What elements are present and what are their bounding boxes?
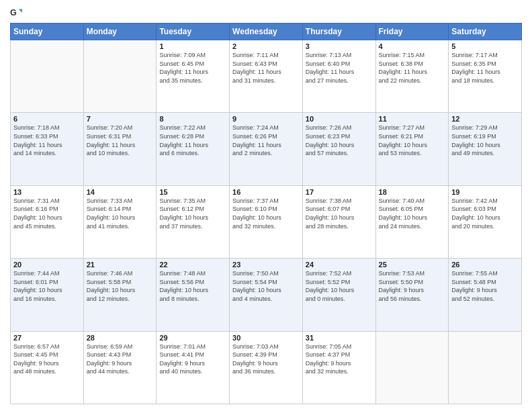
day-number: 5 [451, 42, 519, 50]
calendar-cell: 2Sunrise: 7:11 AM Sunset: 6:43 PM Daylig… [230, 40, 303, 113]
day-number: 24 [306, 261, 373, 269]
weekday-header-wednesday: Wednesday [230, 24, 303, 40]
calendar-cell [449, 331, 522, 404]
calendar-cell: 21Sunrise: 7:46 AM Sunset: 5:58 PM Dayli… [83, 259, 157, 331]
day-number: 30 [232, 334, 300, 342]
calendar-cell: 31Sunrise: 7:05 AM Sunset: 4:37 PM Dayli… [302, 331, 375, 404]
calendar-cell: 16Sunrise: 7:37 AM Sunset: 6:10 PM Dayli… [230, 185, 303, 258]
calendar-cell: 3Sunrise: 7:13 AM Sunset: 6:40 PM Daylig… [302, 40, 375, 113]
day-info: Sunrise: 7:31 AM Sunset: 6:16 PM Dayligh… [13, 197, 81, 230]
day-info: Sunrise: 7:22 AM Sunset: 6:28 PM Dayligh… [159, 124, 226, 157]
day-info: Sunrise: 6:57 AM Sunset: 4:45 PM Dayligh… [13, 342, 81, 376]
calendar-cell: 23Sunrise: 7:50 AM Sunset: 5:54 PM Dayli… [230, 259, 303, 331]
day-number: 3 [306, 42, 373, 50]
calendar-cell: 24Sunrise: 7:52 AM Sunset: 5:52 PM Dayli… [302, 259, 375, 331]
day-info: Sunrise: 7:35 AM Sunset: 6:12 PM Dayligh… [159, 197, 226, 230]
day-info: Sunrise: 7:29 AM Sunset: 6:19 PM Dayligh… [451, 124, 519, 157]
calendar-cell [375, 331, 449, 404]
day-info: Sunrise: 7:44 AM Sunset: 6:01 PM Dayligh… [13, 269, 81, 303]
logo-icon: G [10, 7, 22, 19]
calendar-cell: 27Sunrise: 6:57 AM Sunset: 4:45 PM Dayli… [11, 331, 84, 404]
day-info: Sunrise: 7:20 AM Sunset: 6:31 PM Dayligh… [87, 124, 154, 157]
day-info: Sunrise: 7:13 AM Sunset: 6:40 PM Dayligh… [306, 51, 373, 85]
day-info: Sunrise: 7:11 AM Sunset: 6:43 PM Dayligh… [232, 51, 300, 85]
calendar-table: SundayMondayTuesdayWednesdayThursdayFrid… [10, 23, 522, 404]
day-number: 31 [306, 334, 373, 342]
calendar-cell: 6Sunrise: 7:18 AM Sunset: 6:33 PM Daylig… [11, 113, 84, 185]
calendar-cell: 30Sunrise: 7:03 AM Sunset: 4:39 PM Dayli… [230, 331, 303, 404]
day-number: 13 [13, 188, 81, 196]
calendar-cell: 22Sunrise: 7:48 AM Sunset: 5:56 PM Dayli… [157, 259, 230, 331]
calendar-cell: 20Sunrise: 7:44 AM Sunset: 6:01 PM Dayli… [11, 259, 84, 331]
weekday-header-thursday: Thursday [302, 24, 375, 40]
day-info: Sunrise: 7:52 AM Sunset: 5:52 PM Dayligh… [306, 269, 373, 303]
day-info: Sunrise: 7:24 AM Sunset: 6:26 PM Dayligh… [232, 124, 300, 157]
day-number: 15 [159, 188, 226, 196]
day-number: 9 [232, 115, 300, 123]
calendar-cell: 10Sunrise: 7:26 AM Sunset: 6:23 PM Dayli… [302, 113, 375, 185]
day-number: 18 [379, 188, 446, 196]
weekday-header-monday: Monday [83, 24, 157, 40]
calendar-cell: 18Sunrise: 7:40 AM Sunset: 6:05 PM Dayli… [375, 185, 449, 258]
day-number: 28 [87, 334, 154, 342]
calendar-cell: 25Sunrise: 7:53 AM Sunset: 5:50 PM Dayli… [375, 259, 449, 331]
day-info: Sunrise: 7:38 AM Sunset: 6:07 PM Dayligh… [306, 197, 373, 230]
day-number: 6 [13, 115, 81, 123]
day-info: Sunrise: 7:18 AM Sunset: 6:33 PM Dayligh… [13, 124, 81, 157]
week-row-1: 1Sunrise: 7:09 AM Sunset: 6:45 PM Daylig… [11, 40, 522, 113]
page: G SundayMondayTuesdayWednesdayThursdayFr… [0, 0, 532, 411]
day-number: 19 [451, 188, 519, 196]
day-info: Sunrise: 7:46 AM Sunset: 5:58 PM Dayligh… [87, 269, 154, 303]
week-row-3: 13Sunrise: 7:31 AM Sunset: 6:16 PM Dayli… [11, 185, 522, 258]
day-number: 21 [87, 261, 154, 269]
calendar-cell: 4Sunrise: 7:15 AM Sunset: 6:38 PM Daylig… [375, 40, 449, 113]
day-number: 26 [451, 261, 519, 269]
calendar-cell: 17Sunrise: 7:38 AM Sunset: 6:07 PM Dayli… [302, 185, 375, 258]
weekday-header-friday: Friday [375, 24, 449, 40]
week-row-4: 20Sunrise: 7:44 AM Sunset: 6:01 PM Dayli… [11, 259, 522, 331]
calendar-cell: 19Sunrise: 7:42 AM Sunset: 6:03 PM Dayli… [449, 185, 522, 258]
day-number: 23 [232, 261, 300, 269]
weekday-header-saturday: Saturday [449, 24, 522, 40]
day-info: Sunrise: 7:09 AM Sunset: 6:45 PM Dayligh… [159, 51, 226, 85]
calendar-cell: 12Sunrise: 7:29 AM Sunset: 6:19 PM Dayli… [449, 113, 522, 185]
week-row-5: 27Sunrise: 6:57 AM Sunset: 4:45 PM Dayli… [11, 331, 522, 404]
calendar-cell: 9Sunrise: 7:24 AM Sunset: 6:26 PM Daylig… [230, 113, 303, 185]
day-info: Sunrise: 7:50 AM Sunset: 5:54 PM Dayligh… [232, 269, 300, 303]
day-number: 2 [232, 42, 300, 50]
day-info: Sunrise: 7:05 AM Sunset: 4:37 PM Dayligh… [306, 342, 373, 376]
day-info: Sunrise: 7:33 AM Sunset: 6:14 PM Dayligh… [87, 197, 154, 230]
calendar-cell: 26Sunrise: 7:55 AM Sunset: 5:48 PM Dayli… [449, 259, 522, 331]
day-number: 11 [379, 115, 446, 123]
week-row-2: 6Sunrise: 7:18 AM Sunset: 6:33 PM Daylig… [11, 113, 522, 185]
day-number: 8 [159, 115, 226, 123]
day-info: Sunrise: 7:03 AM Sunset: 4:39 PM Dayligh… [232, 342, 300, 376]
day-info: Sunrise: 7:40 AM Sunset: 6:05 PM Dayligh… [379, 197, 446, 230]
logo: G [10, 7, 24, 19]
calendar-cell: 5Sunrise: 7:17 AM Sunset: 6:35 PM Daylig… [449, 40, 522, 113]
day-number: 1 [159, 42, 226, 50]
calendar-cell: 8Sunrise: 7:22 AM Sunset: 6:28 PM Daylig… [157, 113, 230, 185]
calendar-cell: 7Sunrise: 7:20 AM Sunset: 6:31 PM Daylig… [83, 113, 157, 185]
calendar-cell [11, 40, 84, 113]
weekday-header-sunday: Sunday [11, 24, 84, 40]
calendar-cell: 29Sunrise: 7:01 AM Sunset: 4:41 PM Dayli… [157, 331, 230, 404]
calendar-cell: 15Sunrise: 7:35 AM Sunset: 6:12 PM Dayli… [157, 185, 230, 258]
day-number: 10 [306, 115, 373, 123]
day-number: 25 [379, 261, 446, 269]
svg-marker-1 [19, 9, 22, 13]
calendar-cell: 11Sunrise: 7:27 AM Sunset: 6:21 PM Dayli… [375, 113, 449, 185]
weekday-header-row: SundayMondayTuesdayWednesdayThursdayFrid… [11, 24, 522, 40]
day-info: Sunrise: 7:42 AM Sunset: 6:03 PM Dayligh… [451, 197, 519, 230]
day-info: Sunrise: 7:17 AM Sunset: 6:35 PM Dayligh… [451, 51, 519, 85]
day-number: 14 [87, 188, 154, 196]
calendar-cell: 28Sunrise: 6:59 AM Sunset: 4:43 PM Dayli… [83, 331, 157, 404]
calendar-cell: 13Sunrise: 7:31 AM Sunset: 6:16 PM Dayli… [11, 185, 84, 258]
day-info: Sunrise: 7:55 AM Sunset: 5:48 PM Dayligh… [451, 269, 519, 303]
day-number: 20 [13, 261, 81, 269]
day-number: 12 [451, 115, 519, 123]
day-number: 7 [87, 115, 154, 123]
calendar-cell [83, 40, 157, 113]
day-info: Sunrise: 7:48 AM Sunset: 5:56 PM Dayligh… [159, 269, 226, 303]
day-number: 29 [159, 334, 226, 342]
